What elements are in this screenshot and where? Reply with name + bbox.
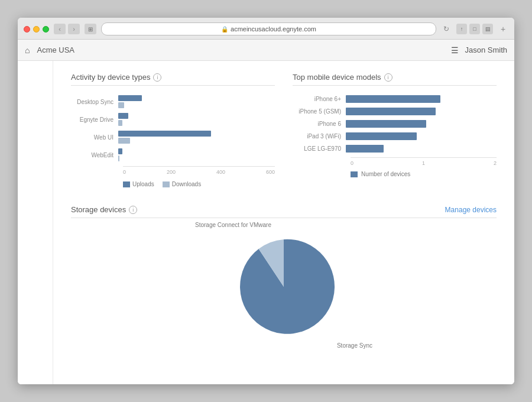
mobile-bar-row: iPhone 6 (293, 120, 497, 128)
bookmark-button[interactable]: □ (469, 24, 480, 34)
mobile-axis: 0 1 2 (351, 157, 497, 166)
activity-axis: 0 200 400 600 (123, 166, 275, 175)
activity-chart-section: Activity by device types i Desktop SyncE… (71, 73, 275, 187)
upload-bar (118, 113, 128, 119)
activity-bar-label: Egnyte Drive (71, 116, 118, 123)
mobile-bar-container (346, 108, 497, 115)
mobile-axis-labels: 0 1 2 (351, 160, 497, 166)
mobile-bar-fill (346, 145, 384, 153)
upload-bar (118, 148, 122, 154)
storage-header: Storage devices i Manage devices (71, 205, 497, 218)
download-color-swatch (163, 181, 170, 187)
upload-bar (118, 95, 142, 101)
user-name: Jason Smith (465, 46, 507, 54)
share-button[interactable]: ↑ (456, 24, 467, 34)
mobile-bar-container (346, 95, 497, 103)
mobile-bar-row: LGE LG-E970 (293, 145, 497, 153)
pie-label-vmware: Storage Connect for VMware (195, 222, 271, 228)
main-panel: Activity by device types i Desktop SyncE… (53, 61, 514, 384)
mobile-chart-title: Top mobile device models i (293, 73, 497, 86)
close-button[interactable] (24, 26, 30, 33)
activity-bar-group (118, 148, 275, 161)
app-content: Activity by device types i Desktop SyncE… (18, 61, 514, 384)
mobile-chart-section: Top mobile device models i iPhone 6+iPho… (293, 73, 497, 187)
mobile-bar-label: iPad 3 (WiFi) (293, 133, 346, 140)
activity-bar-row: Desktop Sync (71, 95, 275, 108)
more-button[interactable]: ▤ (482, 24, 493, 34)
activity-bar-group (118, 113, 275, 126)
hamburger-icon[interactable]: ☰ (451, 46, 459, 55)
browser-window: ‹ › ⊞ 🔒 acmeincusacloud.egnyte.com ↻ ↑ □… (18, 18, 514, 384)
lock-icon: 🔒 (221, 26, 228, 33)
address-bar[interactable]: 🔒 acmeincusacloud.egnyte.com (101, 22, 436, 35)
download-bar (118, 120, 122, 126)
activity-bar-label: WebEdit (71, 152, 118, 158)
activity-bar-chart: Desktop SyncEgnyte DriveWeb UIWebEdit 0 … (71, 90, 275, 187)
activity-bar-row: Egnyte Drive (71, 113, 275, 126)
charts-row: Activity by device types i Desktop SyncE… (71, 73, 497, 187)
mobile-bar-container (346, 145, 497, 153)
activity-info-icon[interactable]: i (153, 73, 161, 82)
mobile-bar-chart: iPhone 6+iPhone 5 (GSM)iPhone 6iPad 3 (W… (293, 90, 497, 177)
activity-bar-label: Web UI (71, 134, 118, 141)
storage-title: Storage devices i (71, 205, 137, 214)
activity-bar-group (118, 95, 275, 108)
mobile-bar-label: LGE LG-E970 (293, 145, 346, 152)
pie-svg (231, 234, 337, 340)
activity-legend: Uploads Downloads (123, 181, 275, 187)
url-text: acmeincusacloud.egnyte.com (231, 25, 316, 33)
pie-container: Storage Connect for VMware Storage Sync (71, 228, 497, 352)
maximize-button[interactable] (43, 26, 49, 33)
mobile-bar-fill (346, 95, 440, 103)
mobile-bar-label: iPhone 6 (293, 121, 346, 127)
mobile-bar-container (346, 132, 497, 140)
refresh-button[interactable]: ↻ (441, 24, 452, 34)
forward-button[interactable]: › (68, 24, 80, 34)
minimize-button[interactable] (33, 26, 40, 33)
mobile-bar-row: iPhone 6+ (293, 95, 497, 103)
mobile-info-icon[interactable]: i (384, 73, 392, 82)
nav-buttons: ‹ › (54, 24, 80, 34)
mobile-bar-row: iPad 3 (WiFi) (293, 132, 497, 140)
app-navbar: ⌂ Acme USA ☰ Jason Smith (18, 40, 514, 61)
legend-downloads: Downloads (163, 181, 201, 187)
activity-bar-label: Desktop Sync (71, 99, 118, 105)
mobile-bar-fill (346, 120, 426, 128)
mobile-legend-swatch (351, 171, 358, 177)
storage-section: Storage devices i Manage devices Storage… (71, 205, 497, 352)
activity-bar-group (118, 131, 275, 144)
app-title: Acme USA (37, 46, 451, 54)
download-bar (118, 155, 119, 161)
activity-bar-row: WebEdit (71, 148, 275, 161)
pie-chart: Storage Connect for VMware Storage Sync (231, 234, 337, 340)
mobile-bar-fill (346, 132, 417, 140)
storage-info-icon[interactable]: i (129, 206, 137, 214)
mobile-bar-label: iPhone 6+ (293, 96, 346, 102)
home-icon[interactable]: ⌂ (25, 46, 30, 55)
activity-axis-labels: 0 200 400 600 (123, 169, 275, 175)
mobile-bar-fill (346, 108, 436, 115)
browser-actions: ↑ □ ▤ (456, 24, 493, 34)
pie-label-sync: Storage Sync (337, 342, 372, 349)
activity-bar-row: Web UI (71, 131, 275, 144)
mobile-bar-label: iPhone 5 (GSM) (293, 108, 346, 115)
download-bar (118, 102, 124, 108)
new-tab-button[interactable]: + (498, 24, 508, 34)
activity-chart-title: Activity by device types i (71, 73, 275, 86)
upload-color-swatch (123, 181, 130, 187)
traffic-lights (24, 26, 49, 33)
tab-icon: ⊞ (85, 24, 96, 34)
sidebar-strip (18, 61, 53, 384)
legend-uploads: Uploads (123, 181, 154, 187)
download-bar (118, 138, 130, 144)
back-button[interactable]: ‹ (54, 24, 66, 34)
mobile-bar-container (346, 120, 497, 128)
browser-chrome: ‹ › ⊞ 🔒 acmeincusacloud.egnyte.com ↻ ↑ □… (18, 18, 514, 40)
manage-devices-link[interactable]: Manage devices (445, 206, 497, 214)
mobile-legend: Number of devices (351, 171, 497, 177)
mobile-bar-row: iPhone 5 (GSM) (293, 108, 497, 115)
upload-bar (118, 131, 211, 137)
